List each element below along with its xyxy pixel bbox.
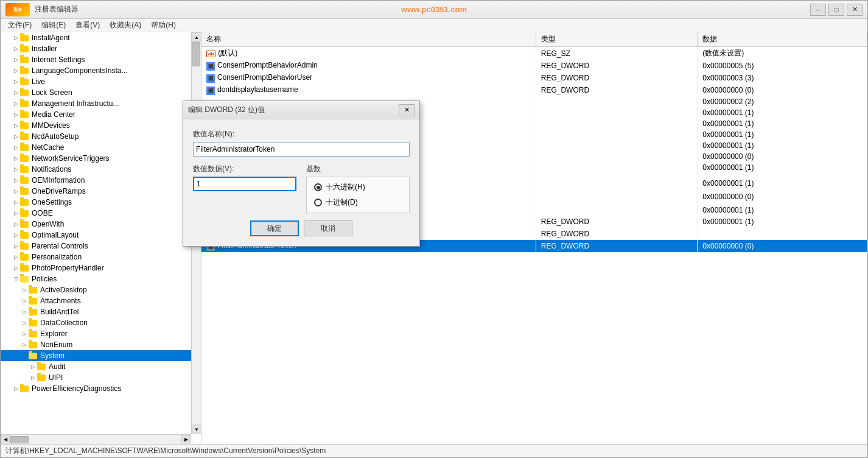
h-scroll-right-btn[interactable]: ▶ [181,435,191,445]
folder-icon [20,231,30,239]
tree-item-onesettings[interactable]: ▷ OneSettings [1,197,201,208]
tree-item-network[interactable]: ▷ NetworkServiceTriggers [1,153,201,164]
value-data-input[interactable] [193,177,296,191]
tree-item-system[interactable]: ▽ System [1,350,201,361]
content-area: ▷ InstallAgent ▷ Installer ▷ Internet Se… [1,32,867,444]
tree-item-personalization[interactable]: ▷ Personalization [1,252,201,262]
folder-icon [20,121,30,130]
menu-help[interactable]: 帮助(H) [146,19,181,32]
dialog-body: 数值名称(N): 数值数据(V): 基数 十六进制(H) [183,119,419,246]
tree-item-installAgent[interactable]: ▷ InstallAgent [1,32,201,43]
tree-item-optimal[interactable]: ▷ OptimalLayout [1,230,201,241]
tree-item-netcache[interactable]: ▷ NetCache [1,142,201,153]
tree-item-parental[interactable]: ▷ Parental Controls [1,241,201,252]
tree-item-notifications[interactable]: ▷ Notifications [1,164,201,175]
title-bar: 迅东 注册表编辑器 ─ □ ✕ [1,1,867,19]
logo-text: 迅东 [13,7,22,13]
folder-icon [29,297,38,305]
tree-item-attachments[interactable]: ▷ Attachments [1,295,201,306]
scroll-up-btn[interactable]: ▲ [192,32,201,42]
folder-icon [20,110,30,119]
scroll-down-btn[interactable]: ▼ [192,425,201,434]
window-controls: ─ □ ✕ [810,4,863,16]
menu-favorites[interactable]: 收藏夹(A) [105,19,146,32]
expand-icon[interactable]: ▷ [12,33,20,42]
h-scrollbar[interactable]: ◀ ▶ [1,434,191,444]
radio-hex-item[interactable]: 十六进制(H) [314,182,402,192]
status-text: 计算机\HKEY_LOCAL_MACHINE\SOFTWARE\Microsof… [5,446,326,456]
folder-icon [29,308,38,316]
dialog-buttons: 确定 取消 [193,220,410,236]
radio-decimal-item[interactable]: 十进制(D) [314,197,402,208]
minimize-button[interactable]: ─ [810,4,826,16]
tree-item-live[interactable]: ▷ Live [1,76,201,87]
reg-dword-icon: ⬛ [206,62,215,71]
value-data-label: 数值数据(V): [193,164,296,174]
folder-icon [29,351,38,360]
tree-item-oobe[interactable]: ▷ OOBE [1,208,201,219]
folder-icon [20,275,30,283]
menu-view[interactable]: 查看(V) [71,19,105,32]
tree-item-datacollection[interactable]: ▷ DataCollection [1,317,201,328]
tree-item-language[interactable]: ▷ LanguageComponentsInsta... [1,65,201,76]
tree-item-power[interactable]: ▷ PowerEfficiencyDiagnostics [1,383,201,394]
tree-item-mgmt[interactable]: ▷ Management Infrastructu... [1,98,201,109]
folder-icon [29,340,38,349]
tree-item-mmdevices[interactable]: ▷ MMDevices [1,120,201,131]
folder-icon [37,362,47,371]
tree-item-audit[interactable]: ▷ Audit [1,361,201,372]
dialog-row: 数值数据(V): 基数 十六进制(H) 十进制(D) [193,164,410,213]
tree-item-explorer[interactable]: ▷ Explorer [1,328,201,339]
folder-icon [20,384,30,393]
radio-decimal-label: 十进制(D) [326,197,358,208]
folder-icon [20,165,30,174]
value-data-col: 数值数据(V): [193,164,296,213]
tree-item-active-desktop[interactable]: ▷ ActiveDesktop [1,284,201,295]
window-title: 注册表编辑器 [35,4,810,15]
h-scroll-thumb[interactable] [10,436,29,443]
radio-hex-circle [314,183,322,191]
folder-icon [20,264,30,272]
tree-item-buildandtel[interactable]: ▷ BuildAndTel [1,306,201,317]
tree-item-photo[interactable]: ▷ PhotoPropertyHandler [1,262,201,273]
folder-icon [20,176,30,185]
h-scroll-left-btn[interactable]: ◀ [1,435,10,445]
dialog-close-button[interactable]: ✕ [399,104,415,116]
tree-item-policies[interactable]: ▽ Policies [1,273,201,284]
folder-icon [20,33,30,42]
folder-icon [20,143,30,152]
menu-bar: 文件(F) 编辑(E) 查看(V) 收藏夹(A) 帮助(H) [1,19,867,32]
folder-icon [20,253,30,261]
ok-button[interactable]: 确定 [250,220,299,236]
tree-item-nonenum[interactable]: ▷ NonEnum [1,339,201,350]
cancel-button[interactable]: 取消 [304,220,352,236]
close-button[interactable]: ✕ [847,4,863,16]
menu-edit[interactable]: 编辑(E) [37,19,71,32]
tree-item-ncd[interactable]: ▷ NcdAutoSetup [1,131,201,142]
tree-item-lock-screen[interactable]: ▷ Lock Screen [1,87,201,98]
tree-item-installer[interactable]: ▷ Installer [1,43,201,54]
folder-icon [20,77,30,86]
folder-icon [29,329,38,338]
table-row[interactable]: ⬛ConsentPromptBehaviorAdmin REG_DWORD 0x… [201,60,867,72]
table-row[interactable]: ⬛ConsentPromptBehaviorUser REG_DWORD 0x0… [201,72,867,84]
folder-icon [29,319,38,327]
menu-file[interactable]: 文件(F) [3,19,37,32]
folder-icon [20,99,30,108]
folder-icon [20,220,30,228]
folder-icon [20,209,30,217]
tree-item-openwith[interactable]: ▷ OpenWith [1,219,201,230]
tree-item-onedrive[interactable]: ▷ OneDriveRamps [1,186,201,197]
table-row[interactable]: ⬛dontdisplaylastusername REG_DWORD 0x000… [201,84,867,96]
table-row[interactable]: ab(默认) REG_SZ (数值未设置) [201,47,867,60]
scroll-thumb[interactable] [192,42,200,66]
maximize-button[interactable]: □ [828,4,844,16]
radio-decimal-circle [314,199,322,206]
folder-icon [20,132,30,141]
tree-item-internet-settings[interactable]: ▷ Internet Settings [1,54,201,65]
status-bar: 计算机\HKEY_LOCAL_MACHINE\SOFTWARE\Microsof… [1,444,867,457]
tree-item-uipi[interactable]: ▷ UIPI [1,372,201,383]
value-name-input[interactable] [193,142,410,157]
tree-item-media-center[interactable]: ▷ Media Center [1,109,201,120]
tree-item-oem[interactable]: ▷ OEMInformation [1,175,201,186]
